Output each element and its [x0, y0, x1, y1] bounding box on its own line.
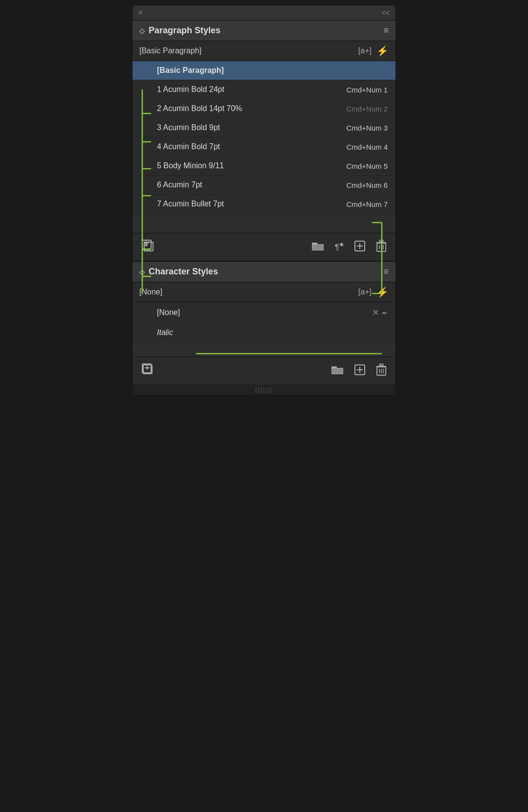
paragraph-folder-button[interactable]	[309, 239, 326, 255]
character-style-actions: [a+] ⚡	[358, 286, 389, 298]
paragraph-active-style-bar: [Basic Paragraph] [a+] ⚡	[132, 41, 396, 61]
char-delete-style-icon	[376, 363, 387, 376]
paragraph-style-item-6-shortcut: Cmd+Num 6	[346, 181, 388, 189]
paragraph-lightning-button[interactable]: ⚡	[376, 45, 389, 57]
paragraph-style-item-7-name: 7 Acumin Bullet 7pt	[157, 200, 346, 208]
paragraph-style-item-6[interactable]: 6 Acumin 7pt Cmd+Num 6	[132, 176, 396, 195]
character-active-style-name: [None]	[139, 288, 162, 296]
svg-rect-18	[312, 245, 323, 250]
character-style-item-italic[interactable]: Italic	[132, 323, 396, 342]
character-styles-diamond-icon: ◇	[139, 268, 145, 276]
paragraph-styles-title: Paragraph Styles	[149, 25, 220, 36]
resize-handle[interactable]: |||||||	[132, 384, 396, 395]
collapse-button[interactable]: <<	[382, 9, 390, 17]
svg-rect-35	[332, 368, 343, 374]
main-panel: × << ◇ Paragraph Styles ≡ [Basic Paragra…	[132, 5, 396, 396]
character-styles-title: Character Styles	[149, 267, 218, 277]
paragraph-style-item-5[interactable]: 5 Body Minion 9/11 Cmd+Num 5	[132, 157, 396, 176]
paragraph-style-item-2-shortcut: Cmd+Num 2	[346, 105, 388, 113]
no-override-icon: ✕ ✒	[372, 307, 388, 318]
delete-style-icon	[376, 240, 387, 252]
character-delete-style-button[interactable]	[374, 361, 389, 381]
paragraph-clear-overrides-button[interactable]: ¶✱	[333, 240, 346, 254]
paragraph-style-item-basic[interactable]: [Basic Paragraph]	[132, 61, 396, 80]
paragraph-style-item-5-shortcut: Cmd+Num 5	[346, 162, 388, 170]
character-list-spacer	[132, 342, 396, 357]
paragraph-style-item-7[interactable]: 7 Acumin Bullet 7pt Cmd+Num 7	[132, 195, 396, 213]
paragraph-style-item-3[interactable]: 3 Acumin Bold 9pt Cmd+Num 3	[132, 118, 396, 137]
load-styles-icon	[141, 239, 154, 252]
paragraph-delete-style-button[interactable]	[374, 238, 389, 257]
paragraph-style-item-4[interactable]: 4 Acumin Bold 7pt Cmd+Num 4	[132, 137, 396, 157]
paragraph-list-spacer	[132, 213, 396, 233]
character-add-style-toolbar-button[interactable]	[352, 362, 367, 380]
add-style-icon	[354, 241, 365, 251]
paragraph-style-item-5-name: 5 Body Minion 9/11	[157, 161, 346, 170]
char-load-styles-icon	[141, 363, 154, 376]
paragraph-style-item-7-shortcut: Cmd+Num 7	[346, 200, 388, 208]
paragraph-load-styles-button[interactable]	[139, 237, 156, 257]
paragraph-active-style-name: [Basic Paragraph]	[139, 46, 201, 55]
character-load-styles-button[interactable]	[139, 361, 156, 381]
svg-rect-23	[379, 240, 383, 242]
paragraph-style-item-3-shortcut: Cmd+Num 3	[346, 124, 388, 132]
character-styles-header: ◇ Character Styles ≡	[132, 262, 396, 282]
paragraph-style-item-2[interactable]: 2 Acumin Bold 14pt 70% Cmd+Num 2	[132, 99, 396, 118]
folder-icon	[311, 241, 324, 251]
paragraph-styles-toolbar: ¶✱	[132, 233, 396, 261]
paragraph-style-item-1-name: 1 Acumin Bold 24pt	[157, 85, 346, 94]
paragraph-add-style-button[interactable]: [a+]	[358, 46, 372, 55]
char-folder-icon	[331, 365, 344, 375]
character-lightning-button[interactable]: ⚡	[376, 286, 389, 298]
paragraph-styles-menu-button[interactable]: ≡	[383, 25, 389, 36]
svg-rect-40	[379, 364, 383, 365]
close-button[interactable]: ×	[138, 8, 143, 17]
paragraph-style-item-basic-name: [Basic Paragraph]	[157, 66, 388, 75]
character-folder-button[interactable]	[329, 363, 346, 379]
paragraph-styles-list: [Basic Paragraph] 1 Acumin Bold 24pt Cmd…	[132, 61, 396, 233]
paragraph-style-item-4-shortcut: Cmd+Num 4	[346, 143, 388, 151]
character-styles-toolbar	[132, 357, 396, 384]
character-styles-title-group: ◇ Character Styles	[139, 267, 218, 277]
paragraph-add-style-toolbar-button[interactable]	[352, 239, 367, 256]
paragraph-style-actions: [a+] ⚡	[358, 45, 389, 57]
paragraph-styles-title-group: ◇ Paragraph Styles	[139, 25, 220, 36]
character-styles-menu-button[interactable]: ≡	[383, 267, 389, 277]
character-style-item-italic-name: Italic	[157, 328, 388, 337]
window-chrome: × <<	[132, 5, 396, 21]
paragraph-style-item-6-name: 6 Acumin 7pt	[157, 180, 346, 189]
character-add-style-button[interactable]: [a+]	[358, 288, 372, 296]
character-style-item-none-name: [None]	[157, 308, 372, 317]
character-active-style-bar: [None] [a+] ⚡	[132, 282, 396, 302]
paragraph-style-item-3-name: 3 Acumin Bold 9pt	[157, 123, 346, 132]
paragraph-style-item-2-name: 2 Acumin Bold 14pt 70%	[157, 104, 346, 113]
paragraph-style-item-1[interactable]: 1 Acumin Bold 24pt Cmd+Num 1	[132, 80, 396, 99]
paragraph-styles-header: ◇ Paragraph Styles ≡	[132, 21, 396, 41]
character-style-item-none[interactable]: [None] ✕ ✒	[132, 302, 396, 323]
character-styles-list: [None] ✕ ✒ Italic	[132, 302, 396, 357]
paragraph-style-item-1-shortcut: Cmd+Num 1	[346, 86, 388, 94]
paragraph-styles-section: ◇ Paragraph Styles ≡ [Basic Paragraph] […	[132, 21, 396, 261]
char-add-style-icon	[354, 364, 365, 375]
paragraph-style-item-4-name: 4 Acumin Bold 7pt	[157, 142, 346, 151]
paragraph-styles-diamond-icon: ◇	[139, 27, 145, 35]
character-styles-section: ◇ Character Styles ≡ [None] [a+] ⚡ [None…	[132, 261, 396, 395]
